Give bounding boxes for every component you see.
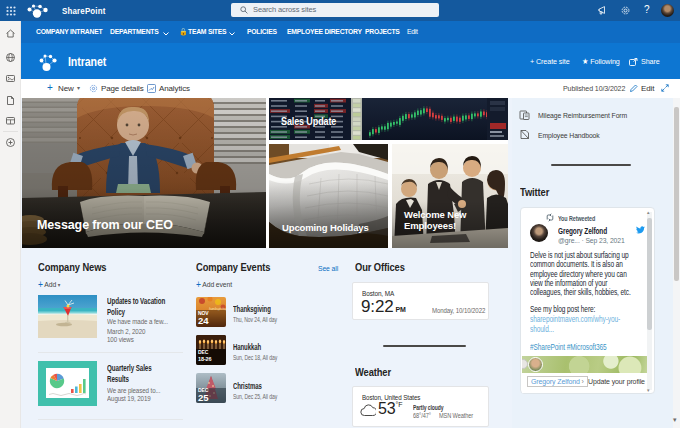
svg-text:18-26: 18-26 <box>198 356 212 362</box>
svg-text:24: 24 <box>198 315 209 326</box>
svg-text:DEC: DEC <box>198 349 209 355</box>
svg-text:25: 25 <box>198 392 209 403</box>
